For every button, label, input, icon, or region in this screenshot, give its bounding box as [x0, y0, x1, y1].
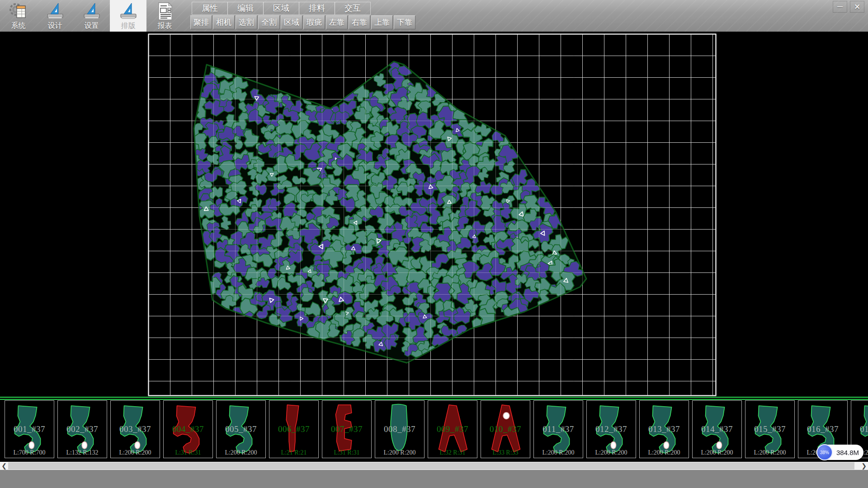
memory-indicator: 384.8M: [836, 449, 859, 456]
tool-button-snap-left[interactable]: 左靠: [326, 15, 348, 29]
scrollbar-thumb[interactable]: [8, 462, 854, 469]
piece-name: 010_#37: [481, 424, 530, 434]
piece-lr-count: L:700 R:700: [5, 449, 54, 456]
app-tab-system[interactable]: 系统: [0, 0, 37, 32]
piece-lr-count: L:32 R:31: [428, 449, 477, 456]
system-icon: [9, 2, 28, 21]
nesting-canvas[interactable]: [0, 32, 868, 398]
app-tab-settings[interactable]: 设置: [73, 0, 110, 32]
menu-tab-nest[interactable]: 排料: [299, 2, 335, 15]
piece-thumbnail-006_#37[interactable]: 006_#37 L:21 R:21: [269, 400, 319, 458]
piece-lr-count: L:200 R:200: [534, 449, 583, 456]
menu-tab-edit[interactable]: 编辑: [227, 2, 264, 15]
app-tab-label: 排版: [121, 21, 136, 31]
tool-button-defect[interactable]: 瑕疵: [303, 15, 325, 29]
tool-button-cut-all[interactable]: 全割: [258, 15, 280, 29]
piece-thumbnail-009_#37[interactable]: 009_#37 L:32 R:31: [428, 400, 477, 458]
app-tab-label: 系统: [11, 21, 26, 31]
app-tab-report[interactable]: 报表: [146, 0, 183, 32]
tool-row: 聚排相机选割全割区域瑕疵左靠右靠上靠下靠: [190, 15, 415, 29]
piece-lr-count: L:200 R:200: [745, 449, 794, 456]
piece-thumbnail-strip: 001_#37 L:700 R:700 002_#37 L:132 R:132 …: [0, 400, 868, 459]
report-icon: [156, 2, 175, 21]
tool-button-camera[interactable]: 相机: [213, 15, 235, 29]
piece-lr-count: L:132 R:132: [58, 449, 107, 456]
toolbar: 系统设计设置排版报表 属性编辑区域排料交互 聚排相机选割全割区域瑕疵左靠右靠上靠…: [0, 0, 868, 32]
tool-button-zone[interactable]: 区域: [281, 15, 302, 29]
close-button[interactable]: ✕: [850, 1, 864, 13]
piece-thumbnail-012_#37[interactable]: 012_#37 L:200 R:200: [586, 400, 636, 458]
piece-lr-count: L:33 R:33: [481, 449, 530, 456]
piece-thumbnail-015_#37[interactable]: 015_#37 L:200 R:200: [745, 400, 795, 458]
piece-name: 009_#37: [428, 424, 477, 434]
piece-name: 012_#37: [587, 424, 636, 434]
window-footer: [0, 470, 868, 488]
piece-name: 008_#37: [375, 424, 424, 434]
window-controls: ─ ✕: [833, 1, 864, 13]
piece-name: 003_#37: [111, 424, 160, 434]
ruler-icon: [119, 2, 138, 21]
piece-name: 007_#37: [322, 424, 371, 434]
piece-lr-count: L:31 R:31: [322, 449, 371, 456]
tool-button-cluster-nest[interactable]: 聚排: [190, 15, 212, 29]
piece-name: 004_#37: [164, 424, 212, 434]
menu-tab-region[interactable]: 区域: [263, 2, 299, 15]
piece-thumbnail-007_#37[interactable]: 007_#37 L:31 R:31: [322, 400, 372, 458]
ruler-icon: [82, 2, 101, 21]
piece-thumbnail-001_#37[interactable]: 001_#37 L:700 R:700: [5, 400, 54, 458]
piece-thumbnail-008_#37[interactable]: 008_#37 L:200 R:200: [375, 400, 425, 458]
tool-button-select-cut[interactable]: 选割: [236, 15, 257, 29]
piece-thumbnail-013_#37[interactable]: 013_#37 L:200 R:200: [639, 400, 689, 458]
piece-name: 006_#37: [269, 424, 318, 434]
app-tab-nesting[interactable]: 排版: [110, 0, 146, 32]
app-tab-design[interactable]: 设计: [37, 0, 73, 32]
app-tab-label: 报表: [158, 21, 172, 31]
menu-tab-properties[interactable]: 属性: [192, 2, 228, 15]
piece-thumbnail-004_#37[interactable]: 004_#37 L:31 R:31: [163, 400, 213, 458]
piece-name: 013_#37: [640, 424, 689, 434]
nesting-canvas-area[interactable]: [0, 32, 868, 398]
piece-thumbnail-010_#37[interactable]: 010_#37 L:33 R:33: [481, 400, 530, 458]
piece-lr-count: L:200 R:200: [587, 449, 636, 456]
piece-lr-count: L:200 R:200: [640, 449, 689, 456]
piece-thumbnail-003_#37[interactable]: 003_#37 L:200 R:200: [110, 400, 160, 458]
piece-lr-count: L:31 R:31: [164, 449, 212, 456]
menu-tab-interaction[interactable]: 交互: [335, 2, 371, 15]
app-window: 系统设计设置排版报表 属性编辑区域排料交互 聚排相机选割全割区域瑕疵左靠右靠上靠…: [0, 0, 868, 488]
piece-thumbnail-011_#37[interactable]: 011_#37 L:200 R:200: [533, 400, 583, 458]
piece-lr-count: L:200 R:200: [693, 449, 741, 456]
piece-name: 005_#37: [217, 424, 265, 434]
piece-name: 014_#37: [693, 424, 741, 434]
piece-thumbnail-002_#37[interactable]: 002_#37 L:132 R:132: [57, 400, 107, 458]
tool-button-snap-right[interactable]: 右靠: [349, 15, 370, 29]
scroll-right-arrow-icon[interactable]: ❯: [860, 462, 868, 470]
piece-name: 016_#37: [798, 424, 847, 434]
minimize-button[interactable]: ─: [833, 1, 847, 13]
status-pill: 38% 384.8M: [817, 445, 863, 460]
strip-separator: [0, 397, 868, 400]
piece-lr-count: L:200 R:200: [111, 449, 160, 456]
ruler-icon: [46, 2, 65, 21]
piece-name: 011_#37: [534, 424, 583, 434]
app-tabs: 系统设计设置排版报表: [0, 0, 183, 32]
progress-badge: 38%: [816, 444, 833, 460]
piece-lr-count: L:200 R:200: [217, 449, 265, 456]
app-tab-label: 设置: [85, 21, 99, 31]
piece-thumbnail-014_#37[interactable]: 014_#37 L:200 R:200: [692, 400, 742, 458]
tool-button-snap-up[interactable]: 上靠: [371, 15, 393, 29]
piece-lr-count: L:21 R:21: [269, 449, 318, 456]
piece-name: 002_#37: [58, 424, 107, 434]
piece-name: 001_#37: [5, 424, 54, 434]
piece-name: 017_#37: [851, 424, 868, 434]
scroll-left-arrow-icon[interactable]: ❮: [0, 462, 8, 470]
horizontal-scrollbar[interactable]: ❮ ❯: [0, 462, 868, 470]
app-tab-label: 设计: [48, 21, 62, 31]
tool-button-snap-down[interactable]: 下靠: [394, 15, 415, 29]
piece-lr-count: L:200 R:200: [375, 449, 424, 456]
piece-name: 015_#37: [745, 424, 794, 434]
menu-row: 属性编辑区域排料交互: [192, 2, 370, 15]
piece-thumbnail-005_#37[interactable]: 005_#37 L:200 R:200: [216, 400, 266, 458]
